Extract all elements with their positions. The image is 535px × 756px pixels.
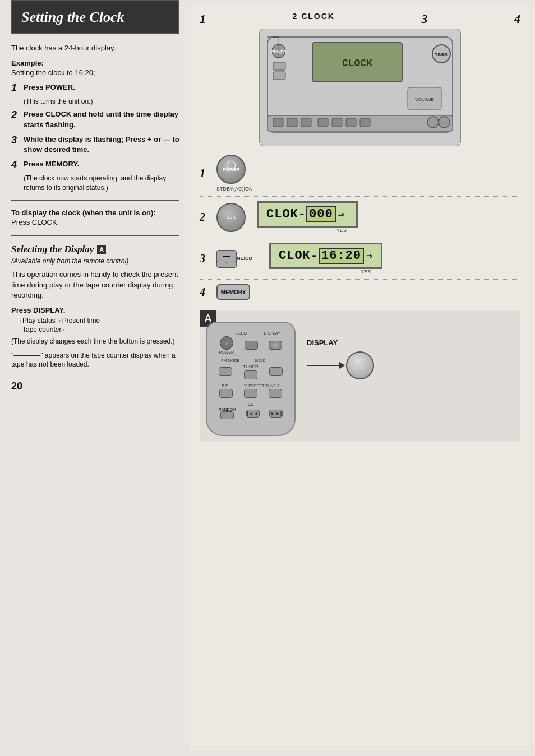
svg-rect-6: [273, 72, 285, 80]
display-btn-row: [307, 351, 374, 379]
press-clock-text: Press CLOCK.: [11, 218, 179, 226]
step-1-row: 1 Press POWER.: [11, 82, 179, 95]
remote-label-row-1: SLEEP DISPLAY: [214, 331, 288, 335]
svg-rect-15: [346, 118, 356, 127]
remote-next-btn[interactable]: ►►|: [269, 410, 283, 418]
display-flow-1: →Play status→Present time—: [16, 317, 179, 324]
example-label: Example:: [11, 59, 179, 67]
remote-vpreset-btn[interactable]: [244, 389, 257, 398]
remote-row-3: [214, 389, 288, 398]
step-2-text: Press CLOCK and hold until the time disp…: [24, 109, 179, 129]
device-diagram: CLOCK POWER TIMER: [259, 29, 461, 146]
right-clock-label: 2 CLOCK: [293, 12, 335, 21]
svg-text:TIMER: TIMER: [435, 53, 448, 57]
remote-random-btn[interactable]: [220, 411, 234, 419]
right-step-3-num: 3: [200, 252, 216, 265]
remote-bp-btn[interactable]: [219, 389, 233, 398]
step-1-text: Press POWER.: [24, 82, 75, 92]
right-column: 1 2 CLOCK 3 4 CLOCK POWER: [191, 6, 529, 750]
lcd-text-3: CLОК-16:20⇒: [279, 249, 373, 263]
right-step-4-num: 4: [200, 286, 216, 299]
selecting-display-title: Selecting the Display A: [11, 244, 179, 255]
lcd-sub-2: YES: [257, 228, 358, 233]
right-step-3-content: TIME/TUNE/CD + — CLОК-16:20⇒ YES: [216, 243, 520, 275]
display-flow-2: —Tape counter←: [16, 326, 179, 333]
step-4-number: 4: [11, 159, 24, 171]
right-step3-label: 3: [421, 12, 427, 26]
press-display-label: Press DISPLAY.: [11, 306, 179, 314]
right-step-2-num: 2: [200, 211, 216, 224]
svg-rect-13: [318, 118, 328, 127]
section-a-icon: A: [97, 245, 106, 254]
remote-control: SLEEP DISPLAY ○ POWER: [206, 322, 296, 436]
svg-text:CLOCK: CLOCK: [342, 58, 372, 69]
remote-label-row-3: B.P V. PRESET TUNE Λ: [214, 384, 288, 388]
step-3-row: 3 While the display is flashing; Press +…: [11, 134, 179, 155]
dashes-note: "————" appears on the tape counter displ…: [11, 351, 179, 370]
right-step-2: 2 CLK CLОК-000⇒ YES: [200, 196, 520, 238]
stdby-label: STDBY(AC)ION: [216, 186, 253, 192]
selecting-display-text: Selecting the Display: [11, 244, 94, 255]
left-column: Setting the Clock The clock has a 24-hou…: [0, 0, 191, 756]
step-3-number: 3: [11, 134, 24, 147]
right-step-3: 3 TIME/TUNE/CD + — CLОК-16:20⇒: [200, 238, 520, 279]
right-step-2-content: CLK CLОК-000⇒ YES: [216, 201, 520, 233]
display-section: DISPLAY: [307, 338, 374, 379]
remote-tuner-btn[interactable]: [244, 370, 257, 379]
svg-rect-5: [273, 62, 285, 70]
display-button[interactable]: [346, 351, 374, 379]
remote-band-btn[interactable]: [269, 367, 283, 376]
svg-rect-12: [301, 118, 311, 127]
step-1-sub: (This turns the unit on.): [24, 97, 179, 106]
power-button-label: POWER: [223, 167, 239, 172]
divider-1: [11, 200, 179, 201]
arrow-head: [339, 362, 345, 369]
right-step-1: 1 POWER ◯ STDBY(AC)ION: [200, 150, 520, 196]
operation-text: This operation comes in handy to check t…: [11, 270, 179, 300]
memory-button-label: MEMORY: [221, 289, 246, 295]
display-arrow-line: [307, 365, 340, 366]
svg-point-18: [439, 117, 450, 128]
svg-rect-16: [360, 118, 370, 127]
memory-button[interactable]: MEMORY: [216, 284, 250, 300]
lcd-display-2: CLОК-000⇒: [257, 201, 358, 228]
remote-row-2: TUNER: [214, 364, 288, 379]
svg-rect-10: [273, 118, 283, 127]
step-4-text: Press MEMORY.: [24, 159, 79, 169]
page-title: Setting the Clock: [21, 9, 124, 25]
remote-prev-btn[interactable]: |◄◄: [246, 410, 260, 418]
remote-tunea-btn[interactable]: [269, 389, 282, 398]
right-step-1-content: POWER ◯ STDBY(AC)ION: [216, 155, 520, 192]
right-step-4-content: MEMORY: [216, 284, 520, 300]
right-step4-label: 4: [514, 12, 520, 26]
minus-button[interactable]: —: [216, 250, 237, 262]
step-4-sub: (The clock now starts operating, and the…: [24, 174, 179, 193]
display-changes-note: (The display changes each time the butto…: [11, 337, 179, 346]
remote-label-row-2: FM MODE BAND: [214, 359, 288, 363]
step-2-number: 2: [11, 109, 24, 122]
step-2-row: 2 Press CLOCK and hold until the time di…: [11, 109, 179, 129]
remote-bottom-row: RANDOM |◄◄ ►►|: [214, 407, 288, 419]
remote-fmmode-btn[interactable]: [219, 367, 232, 376]
remote-power-btn[interactable]: ○: [220, 336, 233, 350]
title-banner: Setting the Clock: [11, 0, 179, 34]
divider-2: [11, 235, 179, 236]
svg-rect-11: [287, 118, 297, 127]
svg-rect-14: [332, 118, 342, 127]
lcd-text-2: CLОК-000⇒: [266, 207, 344, 221]
clock-description: The clock has a 24-hour display.: [11, 44, 179, 52]
example-sub: Setting the clock to 16:20;: [11, 68, 179, 77]
clock-button[interactable]: CLK: [216, 203, 246, 232]
svg-text:VOLUME: VOLUME: [415, 97, 434, 102]
lcd-sub-3: YES: [269, 269, 382, 275]
section-a: A SLEEP DISPLAY ○: [200, 310, 520, 442]
right-steps: 1 POWER ◯ STDBY(AC)ION 2: [200, 150, 520, 304]
remote-display-btn[interactable]: [269, 341, 282, 350]
remote-sleep-btn[interactable]: [245, 341, 258, 350]
power-button[interactable]: POWER ◯: [216, 155, 246, 184]
right-step-1-num: 1: [200, 167, 216, 180]
clock-button-label: CLK: [227, 215, 236, 220]
right-step1-label: 1: [200, 12, 206, 26]
svg-point-17: [427, 117, 439, 128]
cd-label: CD: [214, 402, 288, 406]
